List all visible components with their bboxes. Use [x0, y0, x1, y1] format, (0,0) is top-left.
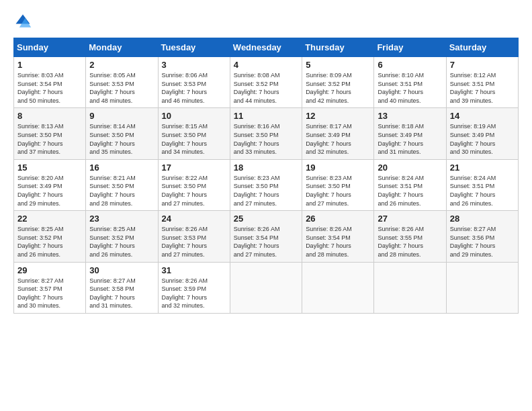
day-info: Sunrise: 8:15 AM Sunset: 3:50 PM Dayligh…	[162, 122, 226, 156]
day-number: 30	[89, 265, 154, 275]
calendar-cell: 31Sunrise: 8:26 AM Sunset: 3:59 PM Dayli…	[158, 262, 230, 313]
day-info: Sunrise: 8:22 AM Sunset: 3:50 PM Dayligh…	[162, 174, 226, 208]
day-info: Sunrise: 8:10 AM Sunset: 3:51 PM Dayligh…	[378, 71, 442, 105]
calendar-cell: 28Sunrise: 8:27 AM Sunset: 3:56 PM Dayli…	[446, 211, 518, 262]
day-info: Sunrise: 8:08 AM Sunset: 3:52 PM Dayligh…	[234, 71, 298, 105]
day-number: 18	[234, 163, 298, 173]
calendar-cell: 6Sunrise: 8:10 AM Sunset: 3:51 PM Daylig…	[374, 57, 446, 108]
calendar-cell: 7Sunrise: 8:12 AM Sunset: 3:51 PM Daylig…	[446, 57, 518, 108]
calendar-body: 1Sunrise: 8:03 AM Sunset: 3:54 PM Daylig…	[14, 57, 519, 314]
day-info: Sunrise: 8:27 AM Sunset: 3:57 PM Dayligh…	[17, 277, 82, 310]
calendar-cell: 25Sunrise: 8:26 AM Sunset: 3:54 PM Dayli…	[230, 211, 302, 262]
calendar-cell: 18Sunrise: 8:23 AM Sunset: 3:50 PM Dayli…	[230, 159, 302, 210]
weekday-header-friday: Friday	[374, 38, 446, 57]
day-number: 20	[378, 163, 442, 173]
calendar-cell: 13Sunrise: 8:18 AM Sunset: 3:49 PM Dayli…	[374, 108, 446, 159]
day-number: 16	[89, 163, 154, 173]
calendar-cell: 23Sunrise: 8:25 AM Sunset: 3:52 PM Dayli…	[86, 211, 158, 262]
day-info: Sunrise: 8:12 AM Sunset: 3:51 PM Dayligh…	[450, 71, 515, 105]
page: SundayMondayTuesdayWednesdayThursdayFrid…	[0, 0, 532, 320]
day-info: Sunrise: 8:09 AM Sunset: 3:52 PM Dayligh…	[306, 71, 370, 105]
day-number: 8	[17, 111, 82, 121]
day-number: 3	[162, 60, 226, 70]
day-number: 27	[378, 214, 442, 224]
day-number: 11	[234, 111, 298, 121]
day-number: 21	[450, 163, 515, 173]
day-number: 17	[162, 163, 226, 173]
calendar-cell: 30Sunrise: 8:27 AM Sunset: 3:58 PM Dayli…	[86, 262, 158, 313]
day-info: Sunrise: 8:14 AM Sunset: 3:50 PM Dayligh…	[89, 122, 154, 156]
day-info: Sunrise: 8:19 AM Sunset: 3:49 PM Dayligh…	[450, 122, 515, 156]
day-number: 4	[234, 60, 298, 70]
day-number: 28	[450, 214, 515, 224]
day-info: Sunrise: 8:17 AM Sunset: 3:49 PM Dayligh…	[306, 122, 370, 156]
day-info: Sunrise: 8:26 AM Sunset: 3:54 PM Dayligh…	[234, 225, 298, 259]
calendar-week-4: 22Sunrise: 8:25 AM Sunset: 3:52 PM Dayli…	[14, 211, 519, 262]
calendar-cell: 9Sunrise: 8:14 AM Sunset: 3:50 PM Daylig…	[86, 108, 158, 159]
day-info: Sunrise: 8:26 AM Sunset: 3:53 PM Dayligh…	[162, 225, 226, 259]
day-info: Sunrise: 8:27 AM Sunset: 3:58 PM Dayligh…	[89, 277, 154, 310]
calendar-week-5: 29Sunrise: 8:27 AM Sunset: 3:57 PM Dayli…	[14, 262, 519, 313]
calendar-cell: 10Sunrise: 8:15 AM Sunset: 3:50 PM Dayli…	[158, 108, 230, 159]
day-number: 10	[162, 111, 226, 121]
calendar-cell: 2Sunrise: 8:05 AM Sunset: 3:53 PM Daylig…	[86, 57, 158, 108]
day-number: 26	[306, 214, 370, 224]
day-number: 29	[17, 265, 82, 275]
day-number: 23	[89, 214, 154, 224]
day-info: Sunrise: 8:20 AM Sunset: 3:49 PM Dayligh…	[17, 174, 82, 208]
calendar-cell	[374, 262, 446, 313]
day-info: Sunrise: 8:06 AM Sunset: 3:53 PM Dayligh…	[162, 71, 226, 105]
calendar-cell: 11Sunrise: 8:16 AM Sunset: 3:50 PM Dayli…	[230, 108, 302, 159]
calendar-cell: 12Sunrise: 8:17 AM Sunset: 3:49 PM Dayli…	[302, 108, 374, 159]
calendar-table: SundayMondayTuesdayWednesdayThursdayFrid…	[13, 38, 519, 314]
day-info: Sunrise: 8:23 AM Sunset: 3:50 PM Dayligh…	[234, 174, 298, 208]
day-number: 2	[89, 60, 154, 70]
weekday-header-thursday: Thursday	[302, 38, 374, 57]
calendar-cell	[302, 262, 374, 313]
day-number: 12	[306, 111, 370, 121]
calendar-cell: 1Sunrise: 8:03 AM Sunset: 3:54 PM Daylig…	[14, 57, 86, 108]
day-number: 13	[378, 111, 442, 121]
weekday-header-wednesday: Wednesday	[230, 38, 302, 57]
calendar-cell: 27Sunrise: 8:26 AM Sunset: 3:55 PM Dayli…	[374, 211, 446, 262]
day-info: Sunrise: 8:24 AM Sunset: 3:51 PM Dayligh…	[378, 174, 442, 208]
day-info: Sunrise: 8:24 AM Sunset: 3:51 PM Dayligh…	[450, 174, 515, 208]
day-info: Sunrise: 8:03 AM Sunset: 3:54 PM Dayligh…	[17, 71, 82, 105]
calendar-cell: 16Sunrise: 8:21 AM Sunset: 3:50 PM Dayli…	[86, 159, 158, 210]
day-number: 7	[450, 60, 515, 70]
calendar-cell: 3Sunrise: 8:06 AM Sunset: 3:53 PM Daylig…	[158, 57, 230, 108]
calendar-week-1: 1Sunrise: 8:03 AM Sunset: 3:54 PM Daylig…	[14, 57, 519, 108]
day-info: Sunrise: 8:18 AM Sunset: 3:49 PM Dayligh…	[378, 122, 442, 156]
weekday-row: SundayMondayTuesdayWednesdayThursdayFrid…	[14, 38, 519, 57]
weekday-header-saturday: Saturday	[446, 38, 518, 57]
day-number: 6	[378, 60, 442, 70]
calendar-cell	[446, 262, 518, 313]
calendar-cell: 17Sunrise: 8:22 AM Sunset: 3:50 PM Dayli…	[158, 159, 230, 210]
day-info: Sunrise: 8:27 AM Sunset: 3:56 PM Dayligh…	[450, 225, 515, 259]
day-number: 31	[162, 265, 226, 275]
calendar-cell: 8Sunrise: 8:13 AM Sunset: 3:50 PM Daylig…	[14, 108, 86, 159]
calendar-cell: 5Sunrise: 8:09 AM Sunset: 3:52 PM Daylig…	[302, 57, 374, 108]
weekday-header-monday: Monday	[86, 38, 158, 57]
calendar-cell: 20Sunrise: 8:24 AM Sunset: 3:51 PM Dayli…	[374, 159, 446, 210]
day-number: 24	[162, 214, 226, 224]
header	[13, 12, 519, 31]
calendar-cell	[230, 262, 302, 313]
calendar-cell: 15Sunrise: 8:20 AM Sunset: 3:49 PM Dayli…	[14, 159, 86, 210]
day-number: 1	[17, 60, 82, 70]
calendar-cell: 29Sunrise: 8:27 AM Sunset: 3:57 PM Dayli…	[14, 262, 86, 313]
calendar-cell: 4Sunrise: 8:08 AM Sunset: 3:52 PM Daylig…	[230, 57, 302, 108]
calendar-week-2: 8Sunrise: 8:13 AM Sunset: 3:50 PM Daylig…	[14, 108, 519, 159]
weekday-header-tuesday: Tuesday	[158, 38, 230, 57]
day-info: Sunrise: 8:26 AM Sunset: 3:54 PM Dayligh…	[306, 225, 370, 259]
day-info: Sunrise: 8:25 AM Sunset: 3:52 PM Dayligh…	[17, 225, 82, 259]
day-number: 9	[89, 111, 154, 121]
day-info: Sunrise: 8:25 AM Sunset: 3:52 PM Dayligh…	[89, 225, 154, 259]
logo	[13, 12, 35, 31]
day-number: 15	[17, 163, 82, 173]
day-info: Sunrise: 8:26 AM Sunset: 3:55 PM Dayligh…	[378, 225, 442, 259]
day-info: Sunrise: 8:05 AM Sunset: 3:53 PM Dayligh…	[89, 71, 154, 105]
weekday-header-sunday: Sunday	[14, 38, 86, 57]
day-info: Sunrise: 8:21 AM Sunset: 3:50 PM Dayligh…	[89, 174, 154, 208]
calendar-cell: 22Sunrise: 8:25 AM Sunset: 3:52 PM Dayli…	[14, 211, 86, 262]
